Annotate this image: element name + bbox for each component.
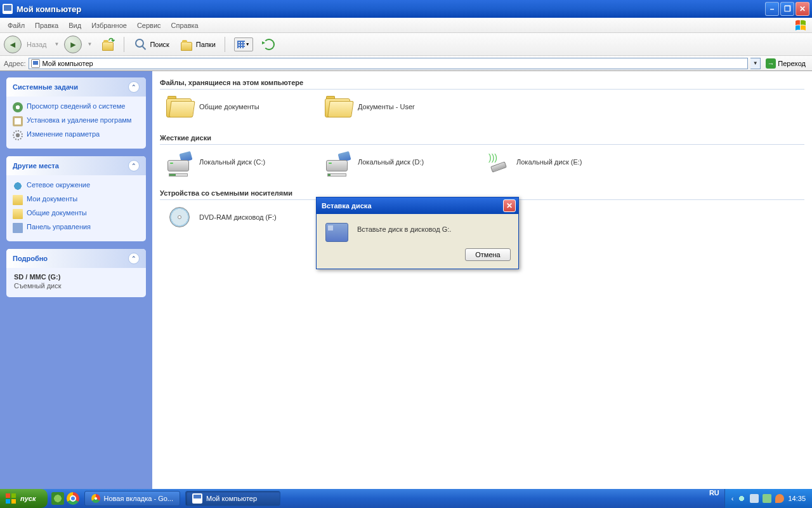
menu-file[interactable]: Файл — [3, 20, 30, 31]
forward-dropdown-icon[interactable]: ▼ — [87, 41, 92, 47]
folders-icon — [180, 37, 193, 51]
menu-edit[interactable]: Правка — [30, 20, 63, 31]
item-local-disk-d[interactable]: Локальный диск (D:) — [325, 151, 452, 173]
item-local-disk-e[interactable]: ))) Локальный диск (E:) — [483, 151, 610, 173]
dialog-close-button[interactable]: ✕ — [503, 199, 516, 212]
back-label: Назад — [27, 41, 47, 48]
details-header[interactable]: Подробно ⌃ — [6, 249, 146, 268]
forward-button[interactable]: ► — [64, 36, 82, 53]
tray-expand-icon[interactable]: ‹ — [731, 495, 734, 502]
item-dvd-ram-drive[interactable]: DVD-RAM дисковод (F:) — [166, 206, 293, 228]
install-icon — [13, 116, 23, 126]
quicklaunch-utorrent-icon[interactable] — [51, 492, 64, 505]
folder-icon — [166, 96, 193, 117]
tray-network-icon[interactable] — [737, 494, 746, 503]
language-indicator[interactable]: RU — [709, 489, 724, 508]
folder-icon — [325, 96, 351, 117]
taskbar-item-my-computer[interactable]: Мой компьютер — [185, 491, 280, 506]
folder-up-icon: ↷ — [101, 37, 115, 51]
removable-disk-icon: ))) — [483, 151, 510, 173]
content-area: Файлы, хранящиеся на этом компьютере Общ… — [152, 71, 812, 489]
chrome-icon — [91, 494, 100, 503]
address-value: Мой компьютер — [43, 60, 93, 67]
address-input[interactable]: Мой компьютер — [29, 58, 749, 69]
insert-disk-dialog: Вставка диска ✕ Вставьте диск в дисковод… — [316, 197, 519, 269]
place-my-docs[interactable]: Мои документы — [13, 193, 140, 207]
clock[interactable]: 14:35 — [788, 495, 806, 502]
address-icon — [31, 59, 40, 68]
place-control-panel[interactable]: Панель управления — [13, 221, 140, 235]
quicklaunch-chrome-icon[interactable] — [67, 492, 79, 505]
dvd-drive-icon — [166, 206, 193, 228]
documents-icon — [13, 195, 23, 205]
my-computer-icon — [3, 4, 13, 14]
svg-rect-1 — [11, 493, 16, 498]
system-tray: ‹ 14:35 — [724, 489, 812, 508]
task-install-programs[interactable]: Установка и удаление программ — [13, 114, 140, 128]
dialog-titlebar[interactable]: Вставка диска ✕ — [317, 197, 518, 214]
minimize-button[interactable]: – — [765, 2, 779, 16]
menu-tools[interactable]: Сервис — [132, 20, 166, 31]
maximize-button[interactable]: ❐ — [780, 2, 794, 16]
system-tasks-title: Системные задачи — [13, 83, 78, 91]
item-shared-documents[interactable]: Общие документы — [166, 96, 293, 117]
svg-rect-2 — [6, 499, 10, 504]
views-button[interactable]: ▼ — [230, 36, 257, 53]
menu-bar: Файл Правка Вид Избранное Сервис Справка — [0, 18, 812, 33]
details-panel: Подробно ⌃ SD / MMC (G:) Съемный диск — [6, 249, 146, 297]
taskbar: пуск Новая вкладка - Go... Мой компьютер… — [0, 489, 812, 508]
shared-docs-icon — [13, 209, 23, 219]
collapse-icon: ⌃ — [128, 253, 140, 264]
back-button[interactable]: ◄ — [4, 36, 22, 53]
cancel-button[interactable]: Отмена — [465, 248, 511, 261]
folders-label: Папки — [196, 41, 216, 48]
place-network[interactable]: Сетевое окружение — [13, 179, 140, 193]
system-tasks-panel: Системные задачи ⌃ Просмотр сведений о с… — [6, 77, 146, 149]
taskbar-item-chrome[interactable]: Новая вкладка - Go... — [84, 491, 180, 506]
svg-rect-3 — [11, 499, 16, 504]
disk-icon — [325, 223, 348, 242]
back-dropdown-icon[interactable]: ▼ — [55, 41, 60, 47]
refresh-button[interactable] — [259, 37, 278, 51]
go-button[interactable]: → Переход — [763, 58, 808, 69]
close-button[interactable]: ✕ — [796, 2, 809, 16]
windows-logo-icon — [5, 493, 16, 504]
hard-disk-icon — [325, 151, 351, 173]
network-icon — [13, 181, 23, 191]
collapse-icon: ⌃ — [128, 160, 140, 171]
other-places-title: Другие места — [13, 162, 59, 170]
tasks-sidebar: Системные задачи ⌃ Просмотр сведений о с… — [0, 71, 152, 489]
section-files-header: Файлы, хранящиеся на этом компьютере — [160, 74, 804, 90]
my-computer-icon — [192, 493, 202, 504]
system-tasks-header[interactable]: Системные задачи ⌃ — [6, 77, 146, 97]
folder-up-button[interactable]: ↷ — [97, 36, 119, 53]
details-drive-name: SD / MMC (G:) — [14, 273, 138, 281]
address-bar: Адрес: Мой компьютер ▼ → Переход — [0, 56, 812, 71]
item-user-documents[interactable]: Документы - User — [325, 96, 452, 117]
menu-help[interactable]: Справка — [166, 20, 204, 31]
folders-button[interactable]: Папки — [176, 36, 219, 53]
search-label: Поиск — [150, 41, 169, 48]
control-panel-icon — [13, 223, 23, 233]
place-shared-docs[interactable]: Общие документы — [13, 207, 140, 221]
section-disks-header: Жесткие диски — [160, 129, 804, 145]
start-button[interactable]: пуск — [0, 489, 48, 508]
search-button[interactable]: Поиск — [129, 36, 173, 53]
task-system-info[interactable]: Просмотр сведений о системе — [13, 100, 140, 114]
details-title: Подробно — [13, 255, 48, 262]
tray-remove-hardware-icon[interactable] — [763, 494, 771, 503]
address-dropdown-button[interactable]: ▼ — [750, 58, 761, 69]
dialog-title: Вставка диска — [322, 202, 372, 210]
task-change-setting[interactable]: Изменение параметра — [13, 128, 140, 142]
tray-shield-icon[interactable] — [775, 494, 784, 503]
tray-volume-icon[interactable] — [750, 494, 759, 503]
details-drive-type: Съемный диск — [14, 282, 138, 290]
navigation-toolbar: ◄ Назад ▼ ► ▼ ↷ Поиск Папки ▼ — [0, 33, 812, 56]
other-places-header[interactable]: Другие места ⌃ — [6, 156, 146, 175]
go-arrow-icon: → — [766, 58, 776, 69]
menu-view[interactable]: Вид — [63, 20, 86, 31]
item-local-disk-c[interactable]: Локальный диск (C:) — [166, 151, 293, 173]
views-icon: ▼ — [234, 37, 253, 51]
windows-flag-icon — [794, 19, 809, 32]
menu-favorites[interactable]: Избранное — [86, 20, 132, 31]
